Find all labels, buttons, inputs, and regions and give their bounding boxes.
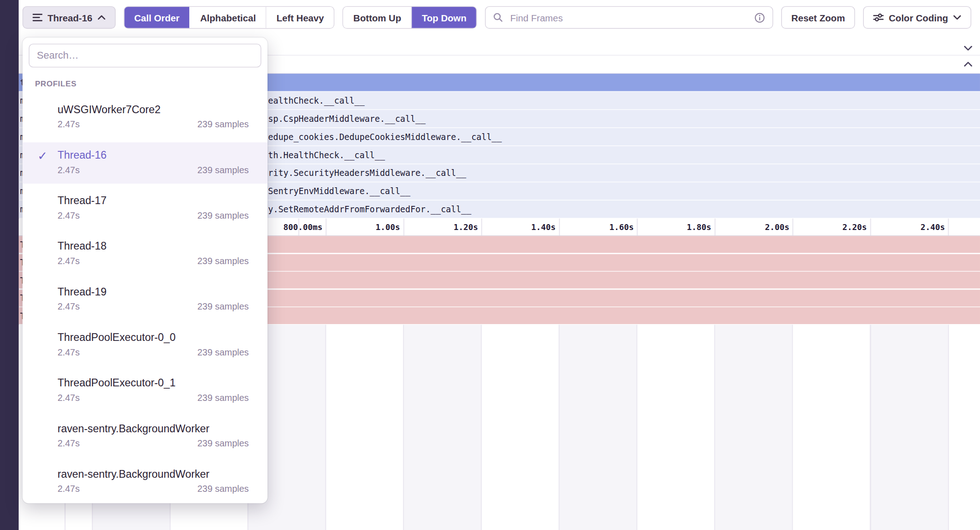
thread-selector-button[interactable]: Thread-16 bbox=[22, 6, 115, 29]
thread-option-samples: 239 samples bbox=[197, 438, 249, 448]
chevron-up-icon bbox=[964, 61, 972, 67]
thread-option-samples: 239 samples bbox=[197, 484, 249, 494]
thread-option-samples: 239 samples bbox=[197, 301, 249, 311]
thread-option-samples: 239 samples bbox=[197, 393, 249, 403]
thread-option-duration: 2.47s bbox=[57, 301, 80, 311]
thread-option-duration: 2.47s bbox=[57, 210, 80, 220]
thread-option-thread-16[interactable]: ✓ Thread-16 2.47s 239 samples bbox=[22, 142, 267, 184]
thread-option-samples: 239 samples bbox=[197, 165, 249, 175]
thread-dropdown-panel: PROFILES uWSGIWorker7Core2 2.47s 239 sam… bbox=[22, 37, 267, 503]
thread-option-samples: 239 samples bbox=[197, 210, 249, 220]
thread-search-input[interactable] bbox=[29, 44, 261, 67]
reset-zoom-button[interactable]: Reset Zoom bbox=[781, 6, 855, 29]
time-tick-label: 1.60s bbox=[565, 219, 634, 235]
sort-option-call-order[interactable]: Call Order bbox=[124, 7, 190, 28]
app-sidebar-strip bbox=[0, 0, 19, 530]
thread-option-raven-sentry-backgroundworker-1[interactable]: raven-sentry.BackgroundWorker 2.47s 239 … bbox=[22, 416, 267, 457]
time-tick-label: 1.20s bbox=[409, 219, 478, 235]
chevron-down-icon bbox=[964, 45, 972, 51]
flame-frame-label: sp.CspHeaderMiddleware.__call__ bbox=[268, 114, 425, 124]
flame-frame-label: SentryEnvMiddleware.__call__ bbox=[268, 186, 410, 196]
find-frames-search[interactable] bbox=[485, 6, 773, 29]
color-coding-button[interactable]: Color Coding bbox=[863, 6, 971, 29]
thread-option-name: uWSGIWorker7Core2 bbox=[57, 103, 248, 117]
thread-option-samples: 239 samples bbox=[197, 347, 249, 357]
thread-option-duration: 2.47s bbox=[57, 484, 80, 494]
time-tick-label: 2.00s bbox=[721, 219, 789, 235]
thread-option-thread-19[interactable]: Thread-19 2.47s 239 samples bbox=[22, 279, 267, 320]
thread-option-thread-17[interactable]: Thread-17 2.47s 239 samples bbox=[22, 188, 267, 229]
flame-frame-label: th.HealthCheck.__call__ bbox=[268, 150, 385, 160]
time-tick-label: 2.40s bbox=[876, 219, 945, 235]
thread-option-name: Thread-18 bbox=[57, 240, 248, 254]
find-frames-input[interactable] bbox=[509, 11, 749, 23]
check-icon: ✓ bbox=[37, 149, 47, 163]
thread-option-name: raven-sentry.BackgroundWorker bbox=[57, 422, 248, 436]
thread-option-name: Thread-19 bbox=[57, 285, 248, 299]
profiler-flamegraph-app: Thread-16 Call Order Alphabetical Left H… bbox=[0, 0, 980, 530]
thread-option-samples: 239 samples bbox=[197, 256, 249, 266]
flame-frame-label: y.SetRemoteAddrFromForwardedFor.__call__ bbox=[268, 204, 471, 214]
thread-option-duration: 2.47s bbox=[57, 347, 80, 357]
thread-option-name: ThreadPoolExecutor-0_0 bbox=[57, 331, 248, 345]
sort-option-left-heavy[interactable]: Left Heavy bbox=[266, 7, 334, 28]
thread-selector-label: Thread-16 bbox=[47, 12, 92, 23]
sort-option-alphabetical[interactable]: Alphabetical bbox=[190, 7, 266, 28]
thread-option-name: raven-sentry.BackgroundWorker bbox=[57, 468, 248, 481]
collapse-minimap-button[interactable] bbox=[964, 45, 972, 51]
flamegraph-content: Thread-16 Call Order Alphabetical Left H… bbox=[19, 0, 980, 530]
thread-option-duration: 2.47s bbox=[57, 256, 80, 266]
flame-frame-label: ealthCheck.__call__ bbox=[268, 95, 364, 105]
sliders-icon bbox=[873, 13, 884, 22]
time-tick-label: 1.00s bbox=[331, 219, 400, 235]
color-coding-label: Color Coding bbox=[889, 12, 948, 23]
thread-option-threadpoolexecutor-0-0[interactable]: ThreadPoolExecutor-0_0 2.47s 239 samples bbox=[22, 325, 267, 366]
thread-option-duration: 2.47s bbox=[57, 165, 80, 175]
direction-option-top-down[interactable]: Top Down bbox=[411, 7, 476, 28]
thread-option-name: Thread-17 bbox=[57, 194, 248, 208]
time-tick-label: 2.20s bbox=[798, 219, 867, 235]
thread-option-name: ThreadPoolExecutor-0_1 bbox=[57, 376, 248, 390]
chevron-up-icon bbox=[97, 15, 106, 20]
time-tick-label: 1.80s bbox=[642, 219, 711, 235]
sort-segmented-control: Call Order Alphabetical Left Heavy bbox=[124, 6, 335, 29]
profiles-section-label: PROFILES bbox=[35, 79, 255, 88]
flame-frame-label: edupe_cookies.DedupeCookiesMiddleware.__… bbox=[268, 132, 502, 142]
thread-option-list: uWSGIWorker7Core2 2.47s 239 samples ✓ Th… bbox=[22, 97, 267, 503]
collapse-flamegraph-button[interactable] bbox=[964, 61, 972, 67]
chevron-down-icon bbox=[953, 15, 961, 20]
thread-option-raven-sentry-backgroundworker-2[interactable]: raven-sentry.BackgroundWorker 2.47s 239 … bbox=[22, 461, 267, 503]
direction-segmented-control: Bottom Up Top Down bbox=[343, 6, 477, 29]
search-icon bbox=[493, 12, 503, 22]
thread-option-duration: 2.47s bbox=[57, 393, 80, 403]
thread-option-uwsgiworker7core2[interactable]: uWSGIWorker7Core2 2.47s 239 samples bbox=[22, 97, 267, 138]
thread-option-duration: 2.47s bbox=[57, 119, 80, 129]
thread-list-icon bbox=[32, 13, 42, 22]
flame-frame-label: rity.SecurityHeadersMiddleware.__call__ bbox=[268, 168, 466, 178]
time-tick-label: 1.40s bbox=[487, 219, 556, 235]
thread-option-duration: 2.47s bbox=[57, 438, 80, 448]
toolbar: Thread-16 Call Order Alphabetical Left H… bbox=[22, 6, 971, 29]
thread-option-name: Thread-16 bbox=[57, 149, 248, 162]
thread-option-samples: 239 samples bbox=[197, 119, 249, 129]
direction-option-bottom-up[interactable]: Bottom Up bbox=[344, 7, 411, 28]
thread-option-thread-18[interactable]: Thread-18 2.47s 239 samples bbox=[22, 234, 267, 275]
thread-option-threadpoolexecutor-0-1[interactable]: ThreadPoolExecutor-0_1 2.47s 239 samples bbox=[22, 370, 267, 412]
info-icon bbox=[754, 12, 765, 23]
